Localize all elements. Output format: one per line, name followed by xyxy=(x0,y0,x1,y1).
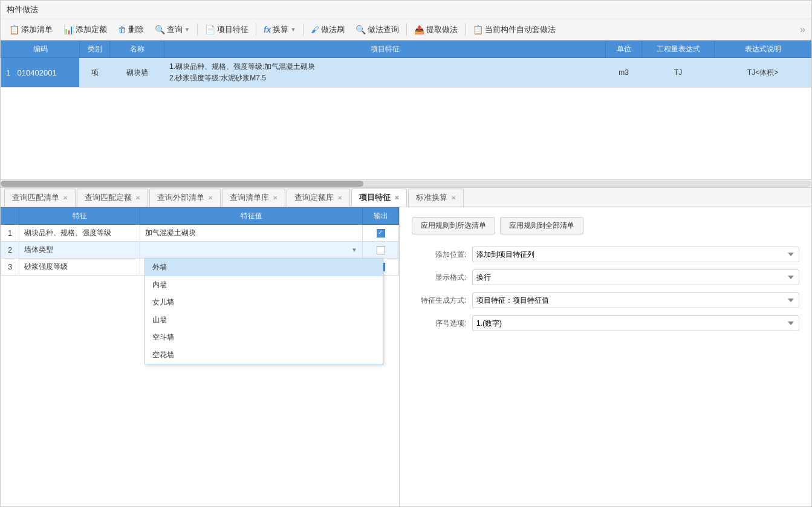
header-row-num xyxy=(1,208,19,225)
window-title: 构件做法 xyxy=(7,5,38,14)
feature-gen-select[interactable]: 项目特征：项目特征值 仅项目特征值 xyxy=(472,292,799,308)
feat-value-1[interactable]: 加气混凝土砌块 xyxy=(140,225,363,242)
tab-standard-calc-close[interactable]: ✕ xyxy=(451,195,456,201)
tab-match-list-close[interactable]: ✕ xyxy=(63,195,68,201)
toolbar-separator-4 xyxy=(406,24,407,36)
query-button[interactable]: 🔍 查询 ▼ xyxy=(150,22,195,37)
right-panel: 应用规则到所选清单 应用规则到全部清单 添加位置: 添加到项目特征列 添加到其他… xyxy=(400,207,811,506)
feat-name-1: 砌块品种、规格、强度等级 xyxy=(19,225,140,242)
add-list-button[interactable]: 📋 添加清单 xyxy=(4,22,57,37)
add-quota-label: 添加定额 xyxy=(76,24,107,35)
method-brush-label: 做法刷 xyxy=(321,24,345,35)
apply-buttons-row: 应用规则到所选清单 应用规则到全部清单 xyxy=(412,217,799,234)
tab-external-list[interactable]: 查询外部清单 ✕ xyxy=(149,189,221,207)
dropdown-arrow-icon[interactable]: ▼ xyxy=(351,247,357,253)
auto-method-icon: 📋 xyxy=(473,25,483,34)
add-position-select[interactable]: 添加到项目特征列 添加到其他列 xyxy=(472,247,799,262)
tab-standard-calc[interactable]: 标准换算 ✕ xyxy=(408,189,464,207)
dropdown-item-hollow[interactable]: 空斗墙 xyxy=(145,329,383,346)
header-exprdesc: 表达式说明 xyxy=(715,41,811,58)
dropdown-item-lattice[interactable]: 空花墙 xyxy=(145,346,383,364)
lower-content: 特征 特征值 输出 1 砌块品种、规格、强度等级 加气混凝土砌块 xyxy=(1,207,811,506)
auto-method-button[interactable]: 📋 当前构件自动套做法 xyxy=(468,22,560,37)
output-checkbox-2[interactable] xyxy=(377,246,385,254)
method-query-icon: 🔍 xyxy=(356,25,366,34)
row-num-code: 1 010402001 xyxy=(1,58,80,88)
seq-option-row: 序号选项: 1.(数字) A.(字母) 无 xyxy=(412,315,799,331)
display-format-select[interactable]: 换行 不换行 xyxy=(472,270,799,285)
apply-all-button[interactable]: 应用规则到全部清单 xyxy=(500,217,583,234)
tab-list-library-close[interactable]: ✕ xyxy=(273,195,278,201)
header-category: 类别 xyxy=(80,41,110,58)
row-exprdesc: TJ<体积> xyxy=(715,58,811,88)
project-feature-icon: 📄 xyxy=(205,25,215,34)
extract-method-icon: 📤 xyxy=(414,25,424,34)
tab-list-library[interactable]: 查询清单库 ✕ xyxy=(222,189,285,207)
horizontal-scrollbar[interactable] xyxy=(1,179,811,188)
feature-gen-label: 特征生成方式: xyxy=(412,295,466,306)
display-format-label: 显示格式: xyxy=(412,273,466,283)
feat-value-2[interactable]: ▼ xyxy=(140,242,363,259)
display-format-row: 显示格式: 换行 不换行 xyxy=(412,270,799,285)
method-brush-icon: 🖌 xyxy=(311,25,319,34)
toolbar-separator-2 xyxy=(256,24,256,36)
extract-method-button[interactable]: 📤 提取做法 xyxy=(409,22,463,37)
add-list-label: 添加清单 xyxy=(21,24,53,35)
tab-match-list[interactable]: 查询匹配清单 ✕ xyxy=(4,189,76,207)
dropdown-popup: 外墙 内墙 女儿墙 山墙 空斗墙 空花墙 xyxy=(145,258,383,364)
scrollbar-thumb[interactable] xyxy=(1,181,363,187)
feature-row-1[interactable]: 1 砌块品种、规格、强度等级 加气混凝土砌块 xyxy=(1,225,399,242)
feat-name-2: 墙体类型 xyxy=(19,242,140,259)
tab-match-quota[interactable]: 查询匹配定额 ✕ xyxy=(77,189,148,207)
feat-row-num-3: 3 xyxy=(1,259,19,276)
header-output: 输出 xyxy=(363,208,399,225)
feature-row-2[interactable]: 2 墙体类型 ▼ xyxy=(1,242,399,259)
tab-quota-library[interactable]: 查询定额库 ✕ xyxy=(287,189,350,207)
row-expr: TJ xyxy=(642,58,715,88)
tab-project-feature-close[interactable]: ✕ xyxy=(394,195,399,201)
dropdown-item-inner-wall[interactable]: 内墙 xyxy=(145,276,383,294)
toolbar-separator-3 xyxy=(303,24,304,36)
query-arrow-icon: ▼ xyxy=(184,27,190,33)
row-feature: 1.砌块品种、规格、强度等级:加气混凝土砌块 2.砂浆强度等级:水泥砂浆M7.5 xyxy=(164,58,606,88)
method-brush-button[interactable]: 🖌 做法刷 xyxy=(306,22,349,37)
feat-output-1[interactable] xyxy=(363,225,399,242)
method-query-button[interactable]: 🔍 做法查询 xyxy=(351,22,404,37)
header-code: 编码 xyxy=(1,41,80,58)
delete-label: 删除 xyxy=(128,24,144,35)
dropdown-item-outer-wall[interactable]: 外墙 xyxy=(145,259,383,276)
header-featval: 特征值 xyxy=(140,208,363,225)
output-checkbox-1[interactable] xyxy=(377,229,385,237)
dropdown-item-parapet[interactable]: 女儿墙 xyxy=(145,294,383,311)
add-quota-icon: 📊 xyxy=(63,25,74,34)
row-unit: m3 xyxy=(606,58,642,88)
tab-project-feature[interactable]: 项目特征 ✕ xyxy=(351,189,407,207)
upper-table-area: 编码 类别 名称 项目特征 单位 工程量表达式 表达式说明 1 01040200… xyxy=(1,40,811,179)
dropdown-item-gable[interactable]: 山墙 xyxy=(145,311,383,329)
feat-output-2[interactable] xyxy=(363,242,399,259)
table-row[interactable]: 1 010402001 项 砌块墙 1.砌块品种、规格、强度等级:加气混凝土砌块… xyxy=(1,58,811,88)
tab-external-list-close[interactable]: ✕ xyxy=(208,195,213,201)
toolbar-more[interactable]: » xyxy=(797,24,808,35)
add-position-row: 添加位置: 添加到项目特征列 添加到其他列 xyxy=(412,247,799,262)
feature-gen-row: 特征生成方式: 项目特征：项目特征值 仅项目特征值 xyxy=(412,292,799,308)
query-label: 查询 xyxy=(167,24,183,35)
feat-row-num-1: 1 xyxy=(1,225,19,242)
header-name: 名称 xyxy=(110,41,164,58)
header-feature: 项目特征 xyxy=(164,41,606,58)
calculate-arrow-icon: ▼ xyxy=(290,27,296,33)
row-category: 项 xyxy=(80,58,110,88)
project-feature-button[interactable]: 📄 项目特征 xyxy=(200,22,253,37)
scrollbar-track xyxy=(1,181,811,187)
delete-button[interactable]: 🗑 删除 xyxy=(113,22,149,37)
add-position-label: 添加位置: xyxy=(412,250,466,260)
calculate-button[interactable]: fx 换算 ▼ xyxy=(259,22,300,37)
calculate-label: 换算 xyxy=(273,24,288,35)
seq-option-select[interactable]: 1.(数字) A.(字母) 无 xyxy=(472,315,799,331)
tab-match-quota-close[interactable]: ✕ xyxy=(135,195,140,201)
main-window: 构件做法 📋 添加清单 📊 添加定额 🗑 删除 🔍 查询 ▼ 📄 项目特征 fx… xyxy=(0,0,812,507)
apply-selected-button[interactable]: 应用规则到所选清单 xyxy=(412,217,495,234)
add-list-icon: 📋 xyxy=(9,25,19,34)
add-quota-button[interactable]: 📊 添加定额 xyxy=(59,22,112,37)
tab-quota-library-close[interactable]: ✕ xyxy=(337,195,342,201)
